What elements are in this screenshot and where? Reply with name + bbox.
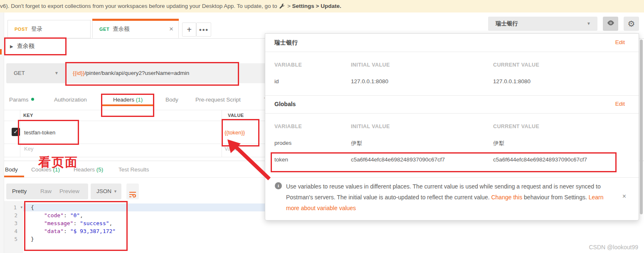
tab-authorization-label: Authorization	[54, 97, 87, 103]
request-url-input[interactable]: {{id}}/pinter/bank/api/query2?userName=a…	[65, 63, 265, 83]
json-brace: }	[31, 236, 34, 242]
globals-row-variable: token	[274, 156, 288, 163]
env-col-initial: INITIAL VALUE	[351, 62, 390, 68]
response-headers-count-badge: (5)	[96, 166, 104, 173]
globals-col-initial: INITIAL VALUE	[351, 124, 390, 129]
info-icon: i	[275, 182, 282, 189]
env-row-current: 127.0.0.1:8080	[493, 78, 530, 84]
active-tab-underline	[102, 104, 153, 106]
tab-body[interactable]: Body	[165, 94, 178, 106]
url-variable-token: {{id}}	[73, 70, 85, 76]
pretty-view-button[interactable]: Pretty	[12, 184, 27, 199]
change-this-link[interactable]: Change this	[491, 194, 522, 201]
collapse-arrow-icon: ▶	[10, 44, 13, 49]
header-value-cell[interactable]: {{token}}	[225, 129, 245, 136]
update-notice-banner: v6). Don't forget to export collections …	[0, 0, 644, 12]
tab-params-label: Params	[9, 97, 29, 103]
table-grid-line	[4, 144, 265, 144]
preview-view-button[interactable]: Preview	[59, 184, 79, 199]
request-section-label: 查余额	[17, 42, 35, 49]
json-key: "message"	[44, 220, 73, 226]
eye-icon	[607, 20, 615, 27]
json-line-4: "data": "$ 93,387,172"	[23, 227, 639, 235]
wrap-text-button[interactable]	[126, 184, 139, 199]
json-line-5: }	[23, 235, 639, 243]
tab-body-label: Body	[165, 97, 178, 103]
line-number: 1	[13, 203, 17, 211]
fold-caret-icon[interactable]: ▾	[20, 203, 22, 211]
close-tab-icon[interactable]: ×	[169, 20, 173, 38]
banner-settings-path: Settings > Update.	[292, 3, 341, 9]
environment-quick-look-panel: 瑞士银行 Edit VARIABLE INITIAL VALUE CURRENT…	[265, 33, 639, 221]
json-colon: :	[64, 228, 70, 234]
globals-edit-link[interactable]: Edit	[615, 101, 625, 107]
postman-app-window: v6). Don't forget to export collections …	[0, 0, 644, 253]
globals-row-initial: c5a6f644efc84e698248937090c67cf7	[351, 156, 445, 163]
vertical-scrollbar[interactable]	[640, 40, 643, 214]
env-col-current: CURRENT VALUE	[493, 62, 539, 68]
variables-info-text: Use variables to reuse values in differe…	[286, 181, 611, 213]
json-comma: ,	[80, 212, 83, 218]
chevron-down-icon: ▼	[54, 63, 59, 83]
wrench-icon	[279, 1, 285, 12]
http-method-select[interactable]: GET ▼	[6, 63, 65, 83]
json-colon: :	[73, 220, 80, 226]
params-active-dot	[31, 98, 34, 101]
tab-options-button[interactable]: ●●●	[196, 22, 211, 37]
key-column-header: KEY	[23, 113, 33, 118]
notice-close-icon[interactable]: ×	[622, 193, 626, 200]
tab-headers[interactable]: Headers (1)	[113, 94, 143, 106]
response-tab-body-label: Body	[5, 166, 18, 173]
line-number: 4	[14, 227, 17, 235]
globals-row-current: 伊犁	[493, 140, 504, 147]
header-key-cell[interactable]: testfan-token	[24, 129, 55, 136]
banner-separator: >	[286, 3, 292, 9]
json-colon: :	[64, 212, 70, 218]
new-tab-button[interactable]: +	[182, 22, 196, 37]
settings-button[interactable]: ⚙	[624, 17, 639, 31]
panel-globals-title: Globals	[274, 101, 296, 107]
response-format-select[interactable]: JSON ▼	[91, 184, 121, 199]
table-grid-line	[4, 121, 265, 121]
environment-selector[interactable]: 瑞士银行 ▼	[488, 17, 597, 31]
env-edit-link[interactable]: Edit	[615, 39, 625, 45]
panel-divider	[265, 52, 639, 52]
http-method-value: GET	[14, 70, 25, 76]
new-key-placeholder[interactable]: Key	[24, 146, 33, 152]
response-tab-test-results[interactable]: Test Results	[118, 164, 149, 176]
panel-env-title: 瑞士银行	[274, 39, 298, 47]
tab-authorization[interactable]: Authorization	[54, 94, 87, 106]
line-number: 5	[14, 235, 17, 243]
environment-selected-value: 瑞士银行	[496, 20, 518, 27]
json-brace: {	[31, 204, 34, 211]
json-key: "code"	[44, 212, 64, 218]
header-row-checkbox[interactable]: ✓	[12, 128, 20, 136]
table-grid-line	[20, 110, 20, 157]
tab-pre-request-label: Pre-request Script	[195, 97, 241, 103]
rail-orange-tick	[0, 49, 2, 55]
line-number-gutter: 1 ▾ 2 3 4 5	[4, 201, 23, 253]
globals-col-current: CURRENT VALUE	[493, 124, 539, 129]
raw-view-button[interactable]: Raw	[40, 184, 52, 199]
response-tab-body[interactable]: Body	[5, 164, 18, 176]
gear-icon: ⚙	[628, 19, 635, 28]
line-number: 3	[14, 219, 17, 227]
request-section-title[interactable]: ▶查余额	[10, 42, 35, 50]
method-badge-post: POST	[15, 27, 28, 32]
test-results-label: Test Results	[118, 166, 149, 173]
json-value: "success"	[80, 220, 109, 226]
tab-login-request[interactable]: POST登录	[7, 20, 91, 38]
line-number: 2	[14, 211, 17, 219]
json-value: "0"	[70, 212, 80, 218]
tab-params[interactable]: Params	[9, 94, 34, 106]
env-row-initial: 127.0.0.1:8080	[351, 78, 388, 84]
chevron-down-icon: ▼	[587, 17, 591, 31]
tab-query-balance-request[interactable]: GET查余额 ×	[92, 20, 179, 38]
tab-pre-request-script[interactable]: Pre-request Script	[195, 94, 241, 106]
env-row-variable: id	[274, 78, 279, 84]
environment-quick-look-button[interactable]	[603, 17, 618, 31]
env-col-variable: VARIABLE	[274, 62, 302, 68]
response-view-toggle: Pretty Raw Preview	[6, 184, 88, 199]
globals-row-initial: 伊犁	[351, 140, 362, 147]
value-column-header: VALUE	[228, 113, 244, 118]
